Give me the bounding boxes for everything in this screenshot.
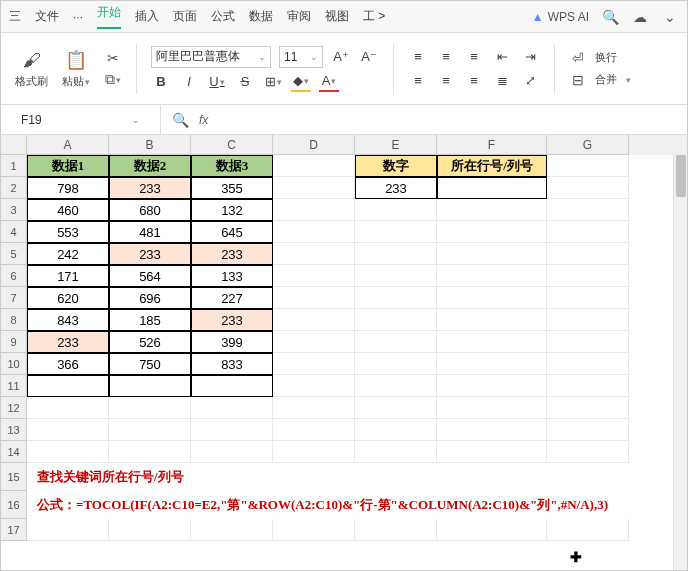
cell[interactable] [547,155,629,177]
cell[interactable] [273,353,355,375]
cell[interactable]: 564 [109,265,191,287]
cell[interactable] [191,419,273,441]
row-header[interactable]: 7 [1,287,27,309]
cell[interactable] [191,397,273,419]
cell[interactable] [547,287,629,309]
tab-review[interactable]: 审阅 [287,8,311,25]
cell[interactable] [273,177,355,199]
cell[interactable]: 133 [191,265,273,287]
cell[interactable] [437,441,547,463]
decrease-font-icon[interactable]: A⁻ [359,47,379,67]
tab-start[interactable]: 开始 [97,4,121,29]
cell[interactable] [437,243,547,265]
cell[interactable] [547,199,629,221]
cell[interactable] [547,419,629,441]
col-header-F[interactable]: F [437,135,547,155]
tab-tools[interactable]: 工 > [363,8,385,25]
cell[interactable] [273,287,355,309]
cell[interactable] [273,419,355,441]
cell[interactable]: 843 [27,309,109,331]
cell[interactable] [437,519,547,541]
cell[interactable] [547,265,629,287]
cell[interactable] [547,519,629,541]
bold-button[interactable]: B [151,72,171,92]
cell[interactable]: 数据2 [109,155,191,177]
cell[interactable]: 366 [27,353,109,375]
cell[interactable]: 233 [191,309,273,331]
row-header[interactable]: 14 [1,441,27,463]
font-name-select[interactable]: 阿里巴巴普惠体⌄ [151,46,271,68]
row-header[interactable]: 6 [1,265,27,287]
row-header[interactable]: 11 [1,375,27,397]
cell[interactable]: 233 [355,177,437,199]
cell[interactable] [27,441,109,463]
cell[interactable] [191,519,273,541]
cell[interactable] [273,331,355,353]
row-header[interactable]: 8 [1,309,27,331]
cell[interactable] [355,397,437,419]
vertical-scrollbar[interactable] [673,135,687,571]
note-line2[interactable]: 公式：=TOCOL(IF(A2:C10=E2,"第"&ROW(A2:C10)&"… [27,491,629,519]
name-box[interactable]: F19⌄ [1,105,161,134]
cell[interactable] [547,375,629,397]
row-header[interactable]: 5 [1,243,27,265]
cell[interactable]: 227 [191,287,273,309]
cell[interactable] [437,265,547,287]
align-top-icon[interactable]: ≡ [408,47,428,67]
strike-button[interactable]: S [235,72,255,92]
row-header[interactable]: 9 [1,331,27,353]
row-header[interactable]: 12 [1,397,27,419]
underline-button[interactable]: U▾ [207,72,227,92]
row-header[interactable]: 13 [1,419,27,441]
cell[interactable]: 132 [191,199,273,221]
align-left-icon[interactable]: ≡ [408,71,428,91]
paste-group[interactable]: 📋 粘贴▾ [58,48,94,89]
cell[interactable]: 171 [27,265,109,287]
search-icon[interactable]: 🔍 [601,8,619,26]
cell[interactable]: 750 [109,353,191,375]
tab-data[interactable]: 数据 [249,8,273,25]
cell[interactable]: 798 [27,177,109,199]
cell[interactable] [355,519,437,541]
cell[interactable]: 620 [27,287,109,309]
cell[interactable]: 所在行号/列号 [437,155,547,177]
hamburger-icon[interactable]: 三 [9,8,21,25]
cell[interactable]: 696 [109,287,191,309]
cell[interactable]: 460 [27,199,109,221]
cell[interactable] [273,265,355,287]
cut-icon[interactable]: ✂ [104,49,122,67]
cell[interactable] [355,441,437,463]
cell[interactable] [355,331,437,353]
cell[interactable]: 526 [109,331,191,353]
cell[interactable] [273,309,355,331]
row-header[interactable]: 2 [1,177,27,199]
copy-icon[interactable]: ⧉▾ [104,71,122,89]
row-header[interactable]: 16 [1,491,27,519]
cell[interactable] [437,177,547,199]
increase-font-icon[interactable]: A⁺ [331,47,351,67]
font-size-select[interactable]: 11⌄ [279,46,323,68]
menu-file[interactable]: 文件 [35,8,59,25]
cell[interactable]: 233 [27,331,109,353]
cell[interactable] [109,375,191,397]
cell[interactable] [273,221,355,243]
cell[interactable]: 233 [109,177,191,199]
cell[interactable]: 233 [191,243,273,265]
cell[interactable] [109,441,191,463]
cell[interactable] [191,441,273,463]
cell[interactable] [273,397,355,419]
cell[interactable] [437,309,547,331]
note-line1[interactable]: 查找关键词所在行号/列号 [27,463,629,491]
cell[interactable] [547,441,629,463]
align-middle-icon[interactable]: ≡ [436,47,456,67]
zoom-icon[interactable]: 🔍 [171,111,189,129]
cell[interactable]: 242 [27,243,109,265]
tab-view[interactable]: 视图 [325,8,349,25]
col-header-D[interactable]: D [273,135,355,155]
cell[interactable] [547,331,629,353]
cell[interactable] [437,287,547,309]
cell[interactable]: 数据1 [27,155,109,177]
col-header-G[interactable]: G [547,135,629,155]
cell[interactable] [273,243,355,265]
wps-ai-button[interactable]: ▲ WPS AI [532,10,589,24]
